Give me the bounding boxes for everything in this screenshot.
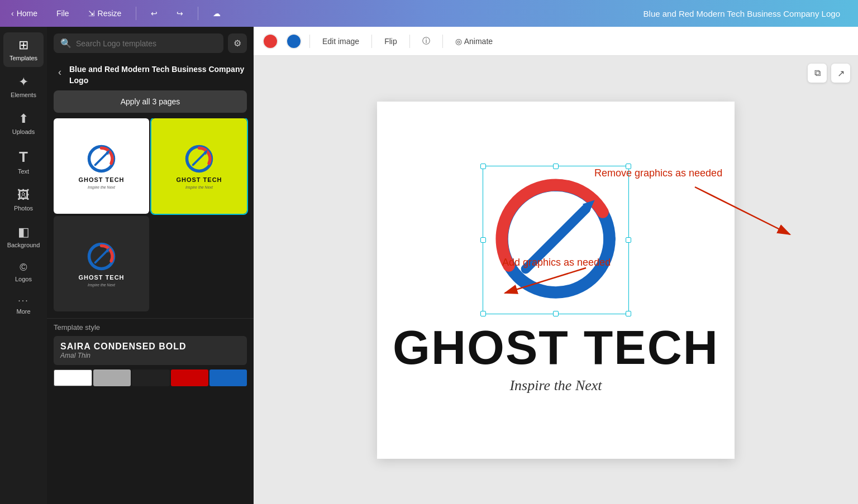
thumbnail-2[interactable]: GHOST TECH Inspire the Next (151, 118, 247, 214)
file-label: File (56, 9, 69, 18)
sidebar-item-logos[interactable]: © Logos (3, 256, 44, 288)
topbar: ‹ Home File ⇲ Resize ↩ ↪ ☁ Blue and Red … (0, 0, 858, 27)
resize-handle-rm[interactable] (626, 237, 631, 243)
logos-icon: © (20, 262, 27, 273)
resize-handle-lm[interactable] (480, 237, 486, 243)
editor-toolbar: Edit image Flip ⓘ ◎ Animate (254, 27, 858, 56)
background-label: Background (7, 242, 40, 248)
thumb-logo-2: GHOST TECH Inspire the Next (176, 143, 222, 189)
text-icon: T (19, 148, 28, 166)
template-style-section: Template style SAIRA CONDENSED BOLD Amal… (47, 318, 254, 393)
resize-handle-tr[interactable] (626, 164, 631, 169)
sidebar-item-more[interactable]: ··· More (3, 290, 44, 320)
elements-label: Elements (11, 92, 36, 98)
toolbar-divider-2 (371, 35, 372, 48)
search-bar: 🔍 ⚙ (47, 27, 254, 59)
text-label: Text (18, 168, 29, 175)
tagline-text: Inspire the Next (509, 377, 602, 394)
save-cloud-button[interactable]: ☁ (208, 7, 225, 20)
sidebar-icons: ⊞ Templates ✦ Elements ⬆ Uploads T Text … (0, 27, 47, 504)
thumbnail-1[interactable]: GHOST TECH Inspire the Next (54, 118, 149, 214)
sidebar-item-templates[interactable]: ⊞ Templates (3, 32, 44, 67)
color-picker-blue[interactable] (286, 33, 302, 49)
sidebar-item-uploads[interactable]: ⬆ Uploads (3, 106, 44, 141)
thumb-logo-1: GHOST TECH Inspire the Next (78, 143, 124, 189)
swatch-white[interactable] (54, 369, 92, 386)
templates-label: Templates (9, 55, 37, 61)
thumbnail-3[interactable]: GHOST TECH Inspire the Next (54, 216, 149, 311)
photos-label: Photos (14, 205, 33, 212)
chevron-left-icon: ‹ (11, 9, 14, 18)
canvas-page: GHOST TECH Inspire the Next (377, 102, 735, 459)
svg-line-4 (193, 152, 206, 165)
left-panel: 🔍 ⚙ ‹ Blue and Red Modern Tech Business … (47, 27, 254, 504)
redo-icon: ↪ (177, 9, 183, 18)
thumb-inspire-3: Inspire the Next (88, 283, 115, 287)
thumb-logo-3: GHOST TECH Inspire the Next (78, 241, 124, 287)
more-icon: ··· (18, 296, 28, 306)
thumb-text-1: GHOST TECH (78, 176, 124, 183)
svg-line-7 (96, 250, 108, 262)
sidebar-item-text[interactable]: T Text (3, 143, 44, 180)
resize-handle-tm[interactable] (553, 164, 559, 169)
templates-icon: ⊞ (18, 38, 28, 52)
apply-all-button[interactable]: Apply all 3 pages (54, 90, 247, 113)
canvas-area: ⧉ ↗ (254, 56, 858, 504)
toolbar-divider-3 (409, 35, 410, 48)
thumb-inspire-1: Inspire the Next (88, 185, 115, 189)
search-input[interactable] (76, 39, 217, 48)
color-swatches (54, 369, 247, 386)
sidebar-item-photos[interactable]: 🖼 Photos (3, 183, 44, 217)
svg-line-9 (526, 209, 586, 269)
edit-image-button[interactable]: Edit image (318, 34, 364, 49)
toolbar-divider-4 (442, 35, 443, 48)
more-label: More (16, 308, 30, 315)
animate-label: Animate (464, 37, 493, 46)
redo-button[interactable]: ↪ (172, 7, 188, 20)
logo-svg (483, 166, 628, 314)
info-button[interactable]: ⓘ (418, 33, 435, 49)
back-home-button[interactable]: ‹ Home (7, 7, 42, 20)
topbar-divider (136, 7, 136, 20)
uploads-icon: ⬆ (18, 112, 28, 126)
animate-icon: ◎ (455, 37, 462, 46)
resize-label: Resize (98, 9, 122, 18)
export-button[interactable]: ↗ (831, 64, 850, 83)
home-label: Home (17, 9, 37, 18)
editor-area: Edit image Flip ⓘ ◎ Animate ⧉ ↗ (254, 27, 858, 504)
template-header: ‹ Blue and Red Modern Tech Business Comp… (47, 59, 254, 90)
flip-button[interactable]: Flip (380, 34, 402, 49)
animate-button[interactable]: ◎ Animate (451, 34, 497, 49)
back-button[interactable]: ‹ (55, 65, 65, 79)
search-input-wrap: 🔍 (54, 33, 223, 53)
swatch-gray[interactable] (93, 369, 131, 386)
color-picker-red[interactable] (263, 33, 278, 49)
template-style-label: Template style (54, 323, 247, 332)
resize-button[interactable]: ⇲ Resize (84, 7, 126, 20)
copy-button[interactable]: ⧉ (808, 64, 827, 83)
font-main: SAIRA CONDENSED BOLD (60, 342, 240, 352)
sidebar-item-background[interactable]: ◧ Background (3, 219, 44, 254)
svg-line-1 (96, 152, 108, 165)
topbar-left: ‹ Home File ⇲ Resize ↩ ↪ ☁ (7, 7, 225, 20)
undo-button[interactable]: ↩ (146, 7, 162, 20)
elements-icon: ✦ (18, 75, 28, 89)
main-text-area: GHOST TECH (393, 314, 719, 375)
uploads-label: Uploads (12, 128, 35, 135)
undo-icon: ↩ (151, 9, 158, 18)
thumbnails-grid: GHOST TECH Inspire the Next (47, 118, 254, 318)
file-menu-button[interactable]: File (52, 7, 74, 20)
resize-handle-tl[interactable] (480, 164, 486, 169)
photos-icon: 🖼 (17, 188, 30, 203)
swatch-blue[interactable] (209, 369, 247, 386)
sidebar-item-elements[interactable]: ✦ Elements (3, 69, 44, 104)
filter-button[interactable]: ⚙ (228, 33, 247, 53)
swatch-red[interactable] (171, 369, 208, 386)
document-title: Blue and Red Modern Tech Business Compan… (644, 9, 851, 18)
toolbar-divider-1 (309, 35, 310, 48)
logo-selection[interactable] (483, 166, 629, 314)
font-sub: Amal Thin (60, 352, 240, 359)
swatch-black[interactable] (132, 369, 169, 386)
font-block: SAIRA CONDENSED BOLD Amal Thin (54, 336, 247, 365)
thumb-inspire-2: Inspire the Next (185, 185, 213, 189)
